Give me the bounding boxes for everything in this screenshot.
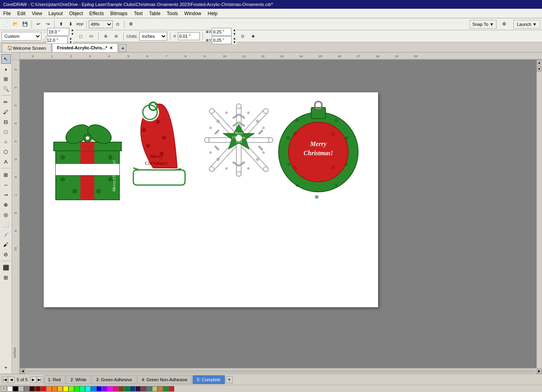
- first-page-button[interactable]: |◀: [2, 376, 8, 383]
- page-tab-2[interactable]: 2: White: [66, 375, 91, 384]
- options-button[interactable]: ⚙: [127, 20, 135, 29]
- polygon-tool[interactable]: ⬡: [1, 147, 11, 156]
- color-green[interactable]: [163, 386, 169, 392]
- color-black[interactable]: [13, 386, 18, 392]
- x-down[interactable]: ▼: [232, 32, 237, 36]
- color-darkred[interactable]: [29, 386, 35, 392]
- zoom-to-fit[interactable]: ⊡: [113, 20, 122, 29]
- add-page-tab-button[interactable]: +: [226, 376, 233, 383]
- menu-window[interactable]: Window: [181, 10, 205, 17]
- color-yellow[interactable]: [63, 386, 68, 392]
- dimension-tool[interactable]: ↔: [1, 180, 11, 189]
- y-down[interactable]: ▼: [232, 40, 237, 44]
- color-rose[interactable]: [113, 386, 119, 392]
- color-cyan[interactable]: [85, 386, 91, 392]
- color-amber[interactable]: [57, 386, 63, 392]
- menu-view[interactable]: View: [29, 10, 45, 17]
- interactive-fill[interactable]: ⬛: [1, 263, 11, 272]
- tab-add-button[interactable]: +: [119, 44, 127, 52]
- color-brown[interactable]: [119, 386, 124, 392]
- scroll-down[interactable]: ▼: [537, 66, 542, 72]
- cur-page-button[interactable]: ⊟: [112, 32, 121, 41]
- pen-tool[interactable]: 🖊: [1, 107, 11, 117]
- tab-welcome[interactable]: 🏠 Welcome Screen: [2, 43, 51, 52]
- color-yellow-green[interactable]: [68, 386, 74, 392]
- table-tool[interactable]: ⊞: [1, 170, 11, 179]
- width-up[interactable]: ▲: [70, 28, 75, 32]
- landscape-button[interactable]: ▭: [87, 32, 96, 41]
- y-origin-input[interactable]: [212, 36, 232, 44]
- menu-help[interactable]: Help: [205, 10, 221, 17]
- parallel-tool[interactable]: ⊟: [1, 117, 11, 127]
- color-christmas-red[interactable]: [169, 386, 174, 392]
- page-tab-5[interactable]: 5: Complete: [193, 375, 225, 384]
- menu-tools[interactable]: Tools: [164, 10, 181, 17]
- page-origin-button[interactable]: ⊡: [238, 32, 247, 41]
- rect-tool[interactable]: □: [1, 127, 11, 137]
- menu-text[interactable]: Text: [131, 10, 146, 17]
- menu-effects[interactable]: Effects: [86, 10, 107, 17]
- x-origin-input[interactable]: [212, 28, 232, 36]
- color-navy[interactable]: [130, 386, 135, 392]
- portrait-button[interactable]: □: [76, 32, 85, 41]
- scroll-up[interactable]: ▲: [537, 60, 542, 65]
- menu-table[interactable]: Table: [146, 10, 164, 17]
- last-page-button[interactable]: ▶|: [37, 376, 43, 383]
- new-button[interactable]: 📄: [2, 20, 10, 29]
- color-dusty-rose[interactable]: [141, 386, 146, 392]
- color-orange[interactable]: [52, 386, 57, 392]
- export-button[interactable]: ⬇: [66, 20, 75, 29]
- envelope-tool[interactable]: ⬜: [1, 220, 11, 229]
- mesh-fill[interactable]: ⊞: [1, 273, 11, 282]
- color-spring-green[interactable]: [80, 386, 85, 392]
- color-red[interactable]: [41, 386, 46, 392]
- color-tan[interactable]: [158, 386, 163, 392]
- color-orange-red[interactable]: [46, 386, 52, 392]
- nudge-input[interactable]: [178, 32, 200, 40]
- eraser-tool[interactable]: ⊘: [1, 250, 11, 259]
- all-pages-button[interactable]: ⊞: [101, 32, 110, 41]
- color-azure[interactable]: [91, 386, 96, 392]
- scroll-right[interactable]: ▶: [536, 369, 542, 374]
- close-icon[interactable]: ✕: [109, 46, 113, 50]
- crop-tool[interactable]: ⊞: [1, 74, 11, 84]
- tab-document[interactable]: Frosted-Acrylic-Chris...* ✕: [52, 43, 118, 52]
- page-tab-3[interactable]: 3: Green Adhesive: [92, 375, 136, 384]
- menu-object[interactable]: Object: [66, 10, 86, 17]
- more-tools[interactable]: +: [1, 363, 11, 372]
- x-up[interactable]: ▲: [232, 28, 237, 32]
- paint-tool[interactable]: 🖌: [1, 240, 11, 249]
- color-purple[interactable]: [135, 386, 141, 392]
- ellipse-tool[interactable]: ○: [1, 137, 11, 146]
- shape-tool[interactable]: ⬧: [1, 64, 11, 74]
- color-magenta[interactable]: [107, 386, 113, 392]
- import-button[interactable]: ⬆: [57, 20, 65, 29]
- document-canvas[interactable]: ❄ ❄ ❄ ❄ ❄ ❄ ❄ ❄ ❄ ❄ Merry Christmas!: [44, 92, 378, 307]
- zoom-tool[interactable]: 🔍: [1, 84, 11, 94]
- undo-button[interactable]: ↩: [34, 20, 43, 29]
- units-select[interactable]: inches mm cm: [139, 32, 167, 41]
- redo-button[interactable]: ↪: [43, 20, 52, 29]
- page-height-input[interactable]: [46, 36, 68, 44]
- y-up[interactable]: ▲: [232, 36, 237, 40]
- contour-tool[interactable]: ◎: [1, 210, 11, 219]
- color-white[interactable]: [7, 386, 13, 392]
- color-maroon[interactable]: [35, 386, 41, 392]
- color-blue[interactable]: [96, 386, 102, 392]
- vertical-scrollbar[interactable]: ▲ ▼: [536, 60, 542, 368]
- pdf-button[interactable]: PDF: [76, 20, 84, 29]
- page-size-select[interactable]: Custom Letter A4: [2, 32, 41, 41]
- save-button[interactable]: 💾: [21, 20, 29, 29]
- page-tab-4[interactable]: 4: Green Non-Adhesive: [137, 375, 192, 384]
- freehand-tool[interactable]: ✏: [1, 97, 11, 107]
- open-button[interactable]: 📂: [11, 20, 20, 29]
- width-down[interactable]: ▼: [70, 32, 75, 36]
- zoom-select[interactable]: 49% 25% 50% 75% 100%: [89, 20, 113, 28]
- blend-tool[interactable]: ⊗: [1, 200, 11, 209]
- text-tool[interactable]: A: [1, 157, 11, 166]
- color-silver[interactable]: [18, 386, 24, 392]
- height-up[interactable]: ▲: [68, 36, 73, 40]
- add-page-button[interactable]: +: [249, 32, 257, 41]
- color-forest-green[interactable]: [124, 386, 130, 392]
- snap-to-button[interactable]: Snap To ▼: [470, 20, 497, 29]
